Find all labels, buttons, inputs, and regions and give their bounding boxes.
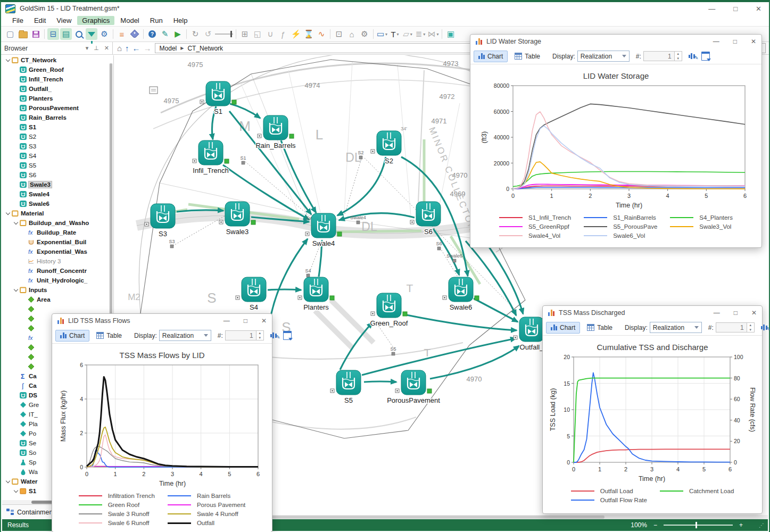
options-gear-icon[interactable]: ⚙ xyxy=(98,28,110,40)
tree-expand-icon[interactable] xyxy=(5,479,11,485)
gear2-icon[interactable]: ⚙ xyxy=(359,28,370,40)
chart-style-icon[interactable] xyxy=(270,332,277,338)
graphic-marker-icon[interactable] xyxy=(150,87,158,94)
influence-icon[interactable]: ⌂ xyxy=(346,28,358,40)
input-port[interactable] xyxy=(514,336,517,339)
tree-item-exponential-buil[interactable]: Exponential_Buil xyxy=(2,237,113,247)
tree-item-outfall-[interactable]: Outfall_ xyxy=(2,84,113,94)
up-icon[interactable]: ↑ xyxy=(125,44,129,53)
flow-arrow[interactable] xyxy=(364,381,396,382)
step-icon[interactable]: ↻ xyxy=(189,28,201,40)
zoom-slider[interactable] xyxy=(664,525,733,526)
window-maximize-icon[interactable]: □ xyxy=(733,38,737,45)
input-port[interactable] xyxy=(193,159,196,163)
tree-item-s2[interactable]: S2 xyxy=(2,132,113,142)
window-minimize-icon[interactable]: — xyxy=(223,317,230,325)
tree-item-swale3[interactable]: Swale3 xyxy=(2,180,113,189)
browser-close-icon[interactable]: ✕ xyxy=(104,45,109,52)
input-port[interactable] xyxy=(330,389,334,393)
hourglass-icon[interactable]: ⌛ xyxy=(303,28,314,40)
window-close-icon[interactable]: ✕ xyxy=(751,309,757,317)
flow-arrow[interactable] xyxy=(340,322,372,370)
tree-item-porouspavement[interactable]: PorousPavement xyxy=(2,103,113,113)
menu-edit[interactable]: Edit xyxy=(29,16,51,25)
text-tool-icon[interactable]: T▾ xyxy=(389,28,401,40)
tree-item-swale6[interactable]: Swale6 xyxy=(2,199,113,209)
close-button[interactable]: ✕ xyxy=(756,5,761,13)
flow-arrow[interactable] xyxy=(230,104,260,118)
tree-item-runoff-concentr[interactable]: fxRunoff_Concentr xyxy=(2,266,113,276)
tree-item-rain-barrels[interactable]: Rain_Barrels xyxy=(2,113,113,122)
node-porouspavement[interactable]: PorousPavement xyxy=(387,370,440,404)
select-rect-icon[interactable]: ▭▾ xyxy=(376,28,388,40)
window-maximize-icon[interactable]: □ xyxy=(244,317,247,325)
tree-item-swale4[interactable]: Swale4 xyxy=(2,189,113,199)
node-s5[interactable]: S5 xyxy=(330,370,361,404)
output-port[interactable] xyxy=(232,100,236,104)
dashboard-grid-icon[interactable]: ⊞ xyxy=(239,28,251,40)
align-icon[interactable]: ≣▾ xyxy=(415,28,426,40)
window-maximize-icon[interactable]: □ xyxy=(734,309,738,317)
window-close-icon[interactable]: ✕ xyxy=(261,317,267,325)
home-icon[interactable]: ⌂ xyxy=(117,44,122,53)
tree-expand-icon[interactable] xyxy=(13,220,19,226)
breadcrumb-ct-network[interactable]: CT_Network xyxy=(187,45,223,52)
node-swale6[interactable]: Swale6 xyxy=(443,277,479,311)
function-icon[interactable]: ƒ xyxy=(277,28,289,40)
input-port[interactable] xyxy=(371,149,375,153)
tab-table[interactable]: Table xyxy=(510,51,545,62)
tree-item-inputs[interactable]: Inputs xyxy=(2,285,113,295)
bucket-icon[interactable]: ∪ xyxy=(264,28,276,40)
output-port[interactable] xyxy=(403,312,407,316)
flow-arrow[interactable] xyxy=(474,298,518,322)
run-list-icon[interactable]: ≡ xyxy=(116,28,128,40)
maximize-button[interactable]: □ xyxy=(733,5,738,13)
window-title-bar[interactable]: LID TSS Mass Flows — □ ✕ xyxy=(52,314,272,328)
search-icon[interactable] xyxy=(73,28,85,40)
time-slider-icon[interactable] xyxy=(215,28,233,40)
flow-arrow[interactable] xyxy=(362,338,516,375)
model-browser-icon[interactable]: ⊟ xyxy=(47,28,59,40)
output-port[interactable] xyxy=(225,159,229,163)
import-icon[interactable]: ◱ xyxy=(252,28,263,40)
notes-icon[interactable]: ▤ xyxy=(60,28,72,40)
zoom-out-button[interactable]: − xyxy=(653,521,657,529)
menu-run[interactable]: Run xyxy=(145,16,168,25)
output-port[interactable] xyxy=(427,389,432,393)
node-green_roof[interactable]: Green_Roof xyxy=(370,293,408,327)
tree-item-material[interactable]: Material xyxy=(2,209,113,218)
realization-stepper[interactable]: 1▲▼ xyxy=(225,330,264,340)
tree-item-s3[interactable]: S3 xyxy=(2,142,113,151)
save-icon[interactable] xyxy=(30,28,42,40)
input-port[interactable] xyxy=(258,134,261,138)
window-lid-tss-mass-flows[interactable]: LID TSS Mass Flows — □ ✕ Chart Table Dis… xyxy=(52,313,272,532)
tree-item-planters[interactable]: Planters xyxy=(2,94,113,103)
tree-item-area[interactable]: Area xyxy=(2,295,113,304)
flow-arrow[interactable] xyxy=(268,289,301,290)
window-lid-water-storage[interactable]: LID Water Storage — □ ✕ Chart Table Disp… xyxy=(470,34,762,248)
minimize-button[interactable]: — xyxy=(708,5,715,13)
new-container-icon[interactable]: ▣ xyxy=(445,28,457,40)
back-icon[interactable]: ← xyxy=(133,44,140,53)
zoom-in-button[interactable]: + xyxy=(739,521,743,529)
browser-pin-icon[interactable]: ⊥ xyxy=(94,45,99,52)
tree-item-s1[interactable]: S1 xyxy=(2,122,113,132)
window-title-bar[interactable]: LID Water Storage — □ ✕ xyxy=(470,35,761,48)
node-rain_barrels[interactable]: Rain_Barrels xyxy=(255,115,296,149)
tree-item-buildup-rate[interactable]: fxBuildup_Rate xyxy=(2,228,113,237)
menu-view[interactable]: View xyxy=(52,16,76,25)
window-tss-mass-discharged[interactable]: TSS Mass Discharged — □ ✕ Chart Table Di… xyxy=(542,305,763,514)
tree-item-unit-hydrologic-[interactable]: fxUnit_Hydrologic_ xyxy=(2,276,113,285)
tree-expand-icon[interactable] xyxy=(13,287,19,293)
window-close-icon[interactable]: ✕ xyxy=(751,38,756,45)
input-port[interactable] xyxy=(236,296,239,300)
open-file-icon[interactable] xyxy=(17,28,29,40)
window-title-bar[interactable]: TSS Mass Discharged — □ ✕ xyxy=(543,306,762,320)
tree-expand-icon[interactable] xyxy=(5,211,11,217)
tree-item-ct-network[interactable]: CT_Network xyxy=(2,55,113,65)
tree-item-history-3[interactable]: History 3 xyxy=(2,256,113,266)
output-port[interactable] xyxy=(330,296,334,300)
tree-item-s5[interactable]: S5 xyxy=(2,161,113,170)
flow-arrow[interactable] xyxy=(404,314,517,330)
tree-item-s6[interactable]: S6 xyxy=(2,170,113,180)
